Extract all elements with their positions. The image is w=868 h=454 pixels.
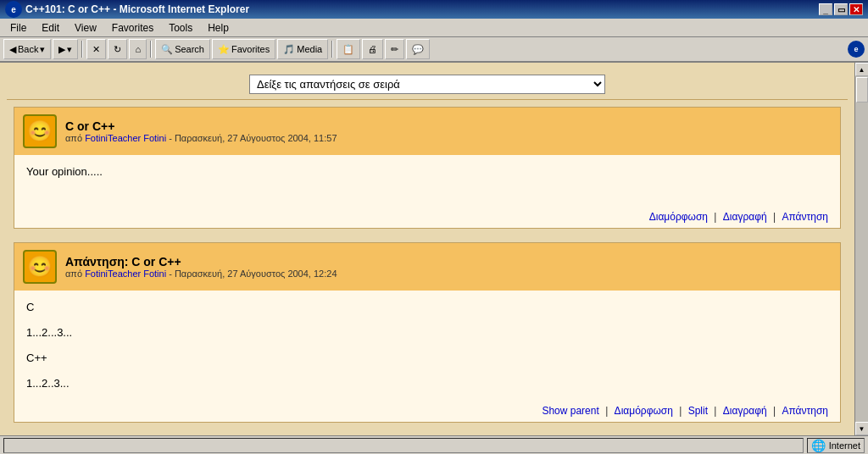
print-icon: 🖨 — [368, 44, 377, 54]
view-dropdown[interactable]: Δείξε τις απαντήσεις σε σειρά — [249, 75, 605, 94]
post-1-body: Your opinion..... — [14, 155, 840, 206]
post-2-edit-link[interactable]: Διαμόρφωση — [615, 405, 673, 417]
menu-bar: File Edit View Favorites Tools Help — [0, 19, 868, 37]
avatar-2-emoji: 😊 — [27, 255, 53, 279]
post-2: 😊 Απάντηση: C or C++ από FotiniTeacher F… — [14, 242, 841, 423]
search-button[interactable]: 🔍 Search — [155, 39, 210, 59]
menu-tools[interactable]: Tools — [162, 20, 199, 36]
back-button[interactable]: ◀ Back ▾ — [3, 39, 51, 59]
menu-file[interactable]: File — [3, 20, 33, 36]
home-icon: ⌂ — [135, 44, 141, 54]
status-zone-text: Internet — [829, 440, 860, 451]
dropdown-bar: Δείξε τις απαντήσεις σε σειρά — [7, 69, 848, 100]
post-2-sep-3: | — [773, 405, 778, 417]
post-2-meta: από FotiniTeacher Fotini - Παρασκευή, 27… — [65, 269, 337, 279]
close-button[interactable]: ✕ — [849, 3, 863, 15]
toolbar: ◀ Back ▾ ▶ ▾ ✕ ↻ ⌂ 🔍 Search ⭐ Favorites … — [0, 37, 868, 63]
scroll-up-button[interactable]: ▲ — [855, 63, 869, 76]
post-1-author-link[interactable]: FotiniTeacher Fotini — [85, 133, 166, 143]
refresh-icon: ↻ — [114, 44, 121, 55]
post-1-avatar: 😊 — [23, 114, 57, 148]
menu-help[interactable]: Help — [201, 20, 236, 36]
post-2-body-line-4: C++ — [26, 352, 828, 364]
post-2-actions: Show parent | Διαμόρφωση | Split | Διαγρ… — [14, 400, 840, 422]
post-2-author-link[interactable]: FotiniTeacher Fotini — [85, 269, 166, 279]
status-right: 🌐 Internet — [807, 438, 865, 453]
post-1-delete-link[interactable]: Διαγραφή — [723, 211, 767, 223]
post-2-avatar: 😊 — [23, 250, 57, 284]
post-2-body-spacer-5 — [26, 364, 828, 377]
favorites-icon: ⭐ — [218, 44, 230, 55]
status-left — [3, 438, 804, 453]
post-1-reply-link[interactable]: Απάντηση — [782, 211, 828, 223]
post-1-sep-1: | — [714, 211, 719, 223]
back-label: Back — [18, 44, 38, 54]
edit-button[interactable]: ✏ — [385, 39, 404, 59]
title-bar-controls: _ ▭ ✕ — [819, 3, 863, 15]
post-1-header-text: C or C++ από FotiniTeacher Fotini - Παρα… — [65, 119, 337, 143]
search-icon: 🔍 — [161, 44, 173, 55]
home-button[interactable]: ⌂ — [129, 39, 147, 59]
browser-window: e C++101: C or C++ - Microsoft Internet … — [0, 0, 868, 454]
menu-view[interactable]: View — [68, 20, 103, 36]
post-2-header: 😊 Απάντηση: C or C++ από FotiniTeacher F… — [14, 243, 840, 291]
search-label: Search — [175, 44, 204, 54]
menu-favorites[interactable]: Favorites — [105, 20, 160, 36]
refresh-button[interactable]: ↻ — [108, 39, 127, 59]
title-bar-left: e C++101: C or C++ - Microsoft Internet … — [5, 1, 249, 18]
status-bar: 🌐 Internet — [0, 435, 868, 454]
post-2-body-line-6: 1...2..3... — [26, 377, 828, 390]
post-1-header: 😊 C or C++ από FotiniTeacher Fotini - Πα… — [14, 108, 840, 155]
post-2-delete-link[interactable]: Διαγραφή — [723, 405, 767, 417]
scroll-track — [855, 76, 869, 422]
back-icon: ◀ — [9, 44, 16, 55]
avatar-1-emoji: 😊 — [27, 119, 53, 143]
discuss-icon: 💬 — [412, 44, 424, 55]
main-area: Δείξε τις απαντήσεις σε σειρά 😊 C or C++… — [0, 63, 868, 435]
post-1-body-text: Your opinion..... — [26, 165, 103, 178]
discuss-button[interactable]: 💬 — [406, 39, 430, 59]
post-1-sep-2: | — [773, 211, 778, 223]
post-2-header-text: Απάντηση: C or C++ από FotiniTeacher Fot… — [65, 255, 337, 279]
media-label: Media — [297, 44, 322, 54]
menu-edit[interactable]: Edit — [35, 20, 66, 36]
content-area: Δείξε τις απαντήσεις σε σειρά 😊 C or C++… — [0, 63, 854, 435]
minimize-button[interactable]: _ — [819, 3, 832, 15]
scroll-thumb[interactable] — [856, 77, 868, 102]
post-2-reply-link[interactable]: Απάντηση — [782, 405, 828, 417]
print-button[interactable]: 🖨 — [362, 39, 383, 59]
history-icon: 📋 — [342, 44, 354, 55]
post-2-sep-0: | — [605, 405, 610, 417]
post-2-body-line-2: 1...2...3... — [26, 326, 828, 339]
globe-icon: 🌐 — [811, 439, 826, 452]
toolbar-separator-3 — [331, 41, 333, 58]
post-2-split-link[interactable]: Split — [688, 405, 708, 417]
favorites-button[interactable]: ⭐ Favorites — [212, 39, 275, 59]
post-2-body-line-0: C — [26, 301, 828, 313]
dropdown-arrow-icon: ▾ — [40, 44, 45, 55]
history-button[interactable]: 📋 — [337, 39, 360, 59]
restore-button[interactable]: ▭ — [834, 3, 848, 15]
post-2-sep-1: | — [679, 405, 684, 417]
stop-icon: ✕ — [92, 44, 100, 55]
posts-container: 😊 C or C++ από FotiniTeacher Fotini - Πα… — [7, 100, 848, 435]
forward-button[interactable]: ▶ ▾ — [53, 39, 78, 59]
window-title: C++101: C or C++ - Microsoft Internet Ex… — [25, 3, 249, 15]
media-icon: 🎵 — [283, 44, 295, 55]
post-2-show-parent-link[interactable]: Show parent — [542, 405, 598, 417]
scrollbar-right[interactable]: ▲ ▼ — [854, 63, 868, 435]
post-2-body-spacer-3 — [26, 339, 828, 352]
media-button[interactable]: 🎵 Media — [277, 39, 328, 59]
post-2-sep-2: | — [714, 405, 719, 417]
stop-button[interactable]: ✕ — [86, 39, 106, 59]
toolbar-separator-2 — [150, 41, 152, 58]
ie-toolbar-logo: e — [848, 41, 865, 58]
post-2-body-spacer-1 — [26, 313, 828, 326]
post-2-meta-date: - Παρασκευή, 27 Αύγουστος 2004, 12:24 — [166, 269, 337, 279]
post-1-edit-link[interactable]: Διαμόρφωση — [649, 211, 708, 223]
post-2-title: Απάντηση: C or C++ — [65, 255, 337, 269]
post-1: 😊 C or C++ από FotiniTeacher Fotini - Πα… — [14, 107, 841, 229]
post-1-actions: Διαμόρφωση | Διαγραφή | Απάντηση — [14, 206, 840, 228]
scroll-down-button[interactable]: ▼ — [855, 422, 869, 435]
post-2-body: C 1...2...3... C++ 1...2..3... — [14, 291, 840, 400]
